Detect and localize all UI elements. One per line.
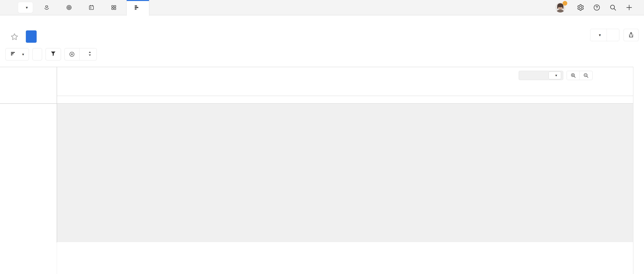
filter-funnel-icon: [50, 51, 56, 58]
goal-rows: [0, 103, 57, 104]
share-icon: [628, 31, 634, 39]
grid-icon: [111, 4, 117, 10]
clear-filter-icon[interactable]: [64, 48, 80, 60]
workspace-filter-control[interactable]: [64, 48, 97, 60]
bottom-whitespace: [0, 242, 633, 274]
gantt-rows-background: [57, 103, 633, 243]
aha-roadmaps-app: ▾: [0, 0, 644, 274]
edit-data-button[interactable]: [32, 48, 42, 60]
workspace-switcher[interactable]: ▾: [18, 2, 33, 13]
calendar-icon: [88, 4, 94, 10]
settings-gear-icon[interactable]: [577, 4, 584, 11]
gantt-area: [0, 67, 644, 242]
roadmap-bars-icon: [10, 51, 16, 58]
zoom-in-button[interactable]: [567, 71, 580, 80]
zoom-preset-group: ▾: [519, 71, 563, 80]
zoom-button-group: [567, 71, 592, 80]
target-icon: [66, 4, 72, 10]
chevron-down-icon: ▾: [599, 33, 601, 37]
nav-item-plans[interactable]: [82, 0, 104, 15]
configure-panel-strip: [633, 67, 644, 274]
sidebar-edge-extension: [57, 242, 57, 274]
gantt-icon: [134, 4, 140, 10]
notification-dot: [563, 1, 567, 5]
heart-hand-icon: [44, 4, 50, 10]
favorite-star-icon[interactable]: [10, 32, 19, 42]
nav-item-roadmaps[interactable]: [126, 0, 150, 15]
month-header-row: [57, 80, 633, 96]
header-actions: ▾: [590, 29, 638, 41]
save-button[interactable]: [607, 29, 619, 41]
create-new-roadmap-button[interactable]: [26, 30, 37, 43]
zoom-preset-custom[interactable]: ▾: [548, 72, 561, 79]
views-save-group: ▾: [590, 29, 619, 41]
filter-button[interactable]: [46, 48, 61, 60]
search-icon[interactable]: [609, 4, 616, 11]
nav-item-strategy[interactable]: [59, 0, 82, 15]
nav-right-cluster: [555, 2, 644, 12]
top-nav: ▾: [0, 0, 644, 15]
timeline-zoom-controls: ▾: [519, 71, 592, 80]
help-icon[interactable]: [593, 4, 600, 11]
roadmap-toolbar: ▾: [6, 48, 97, 60]
title-row: [5, 28, 37, 45]
nav-item-activities[interactable]: [104, 0, 126, 15]
zoom-out-button[interactable]: [580, 71, 592, 80]
roadmap-type-button[interactable]: ▾: [6, 48, 29, 60]
views-button[interactable]: ▾: [590, 29, 607, 41]
nav-item-knowledge[interactable]: [37, 0, 59, 15]
chevron-down-icon: ▾: [22, 52, 24, 57]
chevron-down-icon: ▾: [555, 73, 557, 78]
chevron-down-icon: ▾: [26, 5, 28, 10]
share-button[interactable]: [624, 29, 638, 41]
sort-arrows-icon: [88, 51, 92, 58]
goals-sidebar: [0, 67, 57, 243]
primary-nav: [37, 0, 150, 15]
week-tick-row: [57, 96, 633, 103]
gantt-timeline: [57, 67, 633, 243]
user-avatar[interactable]: [555, 2, 565, 12]
add-plus-icon[interactable]: [626, 4, 633, 11]
